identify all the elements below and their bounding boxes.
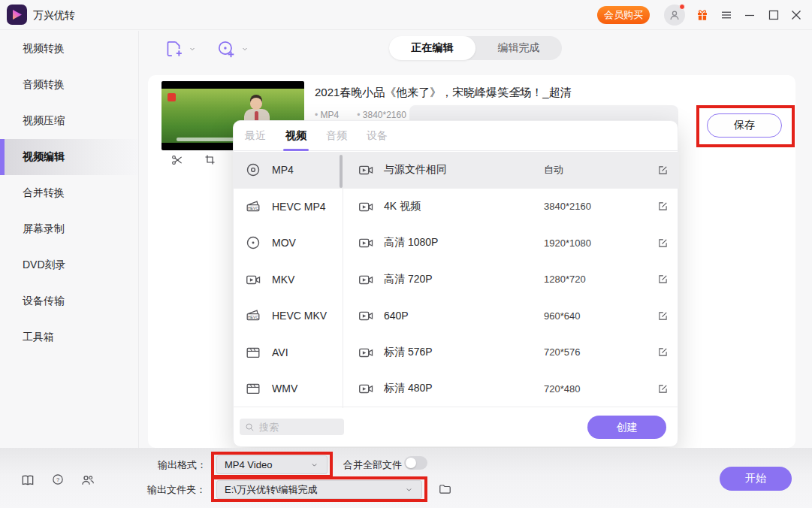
help-icon[interactable] xyxy=(51,473,65,486)
sidebar-item-video-edit[interactable]: 视频编辑 xyxy=(0,139,138,175)
gift-icon[interactable] xyxy=(696,8,709,22)
close-icon[interactable] xyxy=(790,9,802,21)
tab-recent[interactable]: 最近 xyxy=(245,121,266,151)
preset-item-480p[interactable]: 标清 480P 720*480 xyxy=(343,370,679,407)
notification-dot xyxy=(679,4,685,10)
tab-audio[interactable]: 音频 xyxy=(326,121,347,151)
preset-item-640p[interactable]: 640P 960*640 xyxy=(343,298,679,334)
create-button[interactable]: 创建 xyxy=(587,416,666,439)
sidebar-item-label: 屏幕录制 xyxy=(23,222,65,236)
sidebar-item-merge-convert[interactable]: 合并转换 xyxy=(0,175,138,211)
format-item-avi[interactable]: AVI xyxy=(234,334,343,371)
sidebar-item-label: DVD刻录 xyxy=(23,259,66,272)
open-folder-icon[interactable] xyxy=(438,482,452,496)
video-camera-icon xyxy=(358,271,374,288)
tab-video[interactable]: 视频 xyxy=(285,121,306,151)
format-label: AVI xyxy=(272,346,288,358)
maximize-icon[interactable] xyxy=(768,9,780,21)
preset-item-576p[interactable]: 标清 576P 720*576 xyxy=(343,334,679,371)
edit-preset-icon[interactable] xyxy=(657,310,669,322)
minimize-icon[interactable] xyxy=(744,9,756,21)
edit-preset-icon[interactable] xyxy=(657,273,669,286)
guide-book-icon[interactable] xyxy=(20,473,35,488)
video-camera-icon xyxy=(358,380,374,397)
format-label: MOV xyxy=(272,237,296,249)
preset-label: 高清 720P xyxy=(384,273,433,286)
crop-icon[interactable] xyxy=(204,153,216,166)
sidebar-item-audio-convert[interactable]: 音频转换 xyxy=(0,67,138,103)
video-camera-icon xyxy=(245,271,261,288)
video-camera-icon xyxy=(358,344,374,361)
disc-dot-icon xyxy=(245,234,261,251)
format-label: MP4 xyxy=(272,164,294,176)
preset-label: 与源文件相同 xyxy=(384,163,447,177)
preset-item-1080p[interactable]: 高清 1080P 1920*1080 xyxy=(343,225,679,262)
format-item-wmv[interactable]: WMV xyxy=(234,370,343,407)
add-file-button[interactable] xyxy=(164,39,197,59)
preset-item-4k[interactable]: 4K 视频 3840*2160 xyxy=(343,189,679,225)
sidebar: 视频转换 音频转换 视频压缩 视频编辑 合并转换 屏幕录制 DVD刻录 设备传输… xyxy=(0,31,139,508)
edit-preset-icon[interactable] xyxy=(657,346,669,358)
preset-label: 640P xyxy=(384,310,409,322)
rename-icon[interactable] xyxy=(513,85,526,98)
video-info: MP4 3840*2160 xyxy=(315,110,406,120)
tab-finished[interactable]: 编辑完成 xyxy=(475,36,562,60)
edit-preset-icon[interactable] xyxy=(657,237,669,249)
video-title: 2021春晚小品《他来了》，宋晓峰爆笑全场！_超清 xyxy=(315,86,572,100)
format-popup-footer: 创建 xyxy=(234,407,678,446)
format-item-mp4[interactable]: MP4 xyxy=(234,152,343,189)
sidebar-item-screen-record[interactable]: 屏幕录制 xyxy=(0,211,138,247)
video-camera-icon xyxy=(358,162,374,178)
clapperboard-icon xyxy=(245,344,261,361)
annotation-folder-highlight xyxy=(211,476,427,502)
format-item-mkv[interactable]: MKV xyxy=(234,262,343,298)
edit-preset-icon[interactable] xyxy=(657,383,669,395)
tab-editing[interactable]: 正在编辑 xyxy=(389,36,475,60)
add-disc-button[interactable] xyxy=(216,39,249,59)
preset-value: 720*480 xyxy=(544,383,580,395)
preset-item-720p[interactable]: 高清 720P 1280*720 xyxy=(343,262,679,298)
preset-item-same-as-source[interactable]: 与源文件相同 自动 xyxy=(343,152,679,189)
annotation-format-highlight xyxy=(211,452,333,478)
sidebar-item-device-transfer[interactable]: 设备传输 xyxy=(0,283,138,319)
sidebar-item-video-compress[interactable]: 视频压缩 xyxy=(0,103,138,139)
preset-label: 4K 视频 xyxy=(384,200,421,213)
menu-icon[interactable] xyxy=(720,8,733,22)
format-label: MKV xyxy=(272,274,294,286)
format-item-mov[interactable]: MOV xyxy=(234,225,343,262)
merge-toggle[interactable] xyxy=(404,456,427,470)
app-title: 万兴优转 xyxy=(33,9,75,23)
sidebar-item-dvd-burn[interactable]: DVD刻录 xyxy=(0,247,138,283)
format-label: HEVC MKV xyxy=(272,310,327,322)
start-button[interactable]: 开始 xyxy=(720,467,792,491)
output-format-label: 输出格式： xyxy=(158,458,207,472)
format-item-hevc-mp4[interactable]: HEVC MP4 xyxy=(234,189,343,225)
video-camera-icon xyxy=(358,307,374,324)
preset-label: 标清 480P xyxy=(384,382,433,395)
edit-preset-icon[interactable] xyxy=(657,164,669,177)
sidebar-item-video-convert[interactable]: 视频转换 xyxy=(0,31,138,67)
trim-icon[interactable] xyxy=(171,153,184,167)
sidebar-item-label: 工具箱 xyxy=(23,331,54,344)
format-label: HEVC MP4 xyxy=(272,201,326,213)
search-input[interactable] xyxy=(259,422,334,433)
preset-label: 高清 1080P xyxy=(384,236,438,249)
video-camera-icon xyxy=(358,198,374,215)
titlebar: 万兴优转 会员购买 xyxy=(0,0,812,30)
annotation-save-highlight xyxy=(696,105,795,147)
search-icon xyxy=(244,422,255,433)
merge-label: 合并全部文件 xyxy=(343,458,402,472)
format-search[interactable] xyxy=(240,419,344,435)
sidebar-item-label: 音频转换 xyxy=(23,78,65,92)
contact-icon[interactable] xyxy=(80,473,95,488)
edit-preset-icon[interactable] xyxy=(657,200,669,213)
format-item-hevc-mkv[interactable]: HEVC MKV xyxy=(234,298,343,334)
scrollbar[interactable] xyxy=(340,155,343,188)
sidebar-item-label: 设备传输 xyxy=(23,295,65,308)
tab-device[interactable]: 设备 xyxy=(367,121,388,151)
user-avatar[interactable] xyxy=(664,5,685,26)
sidebar-item-toolbox[interactable]: 工具箱 xyxy=(0,319,138,355)
membership-buy-button[interactable]: 会员购买 xyxy=(597,6,650,24)
app-logo-icon xyxy=(7,5,27,25)
chevron-down-icon xyxy=(240,44,249,53)
